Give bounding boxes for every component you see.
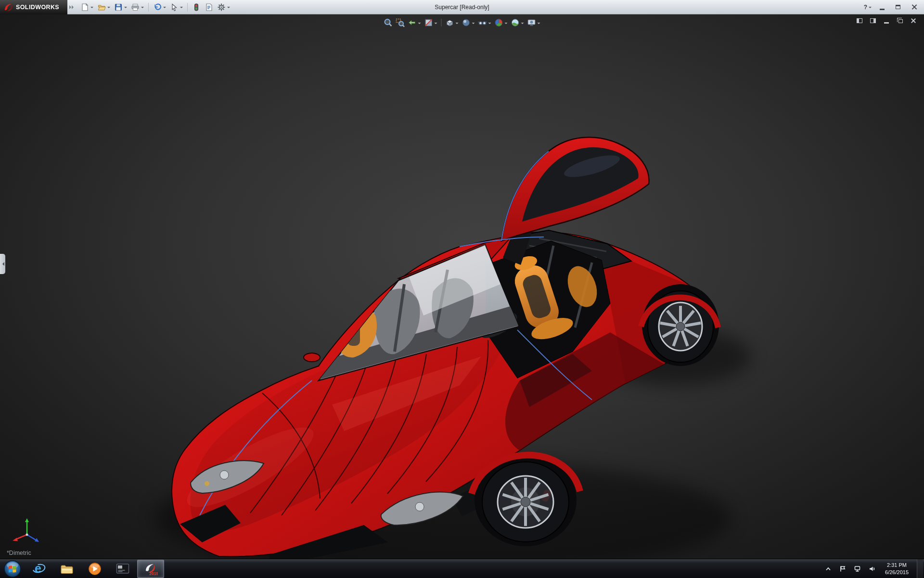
save-icon	[114, 3, 123, 12]
minimize-icon	[880, 9, 885, 10]
svg-text:e: e	[35, 562, 41, 575]
reference-triad	[11, 515, 45, 546]
taskbar-console-window[interactable]	[109, 560, 136, 578]
taskbar-file-explorer[interactable]	[53, 560, 80, 578]
pane-right-icon	[870, 18, 876, 23]
minimize-button[interactable]	[875, 2, 889, 12]
hidden-icons-chevron-icon	[825, 566, 831, 571]
taskbar-media-player[interactable]	[81, 560, 108, 578]
zoom-to-fit-icon	[384, 18, 393, 27]
options-button[interactable]	[216, 1, 231, 13]
taskbar-clock[interactable]: 2:31 PM 6/26/2015	[882, 562, 911, 576]
volume-button[interactable]	[867, 564, 877, 574]
graphics-area[interactable]	[0, 14, 924, 559]
taskbar: e 2015	[0, 559, 924, 578]
heads-up-view-toolbar	[383, 17, 542, 28]
new-document-icon	[80, 3, 89, 12]
previous-view-icon	[408, 18, 417, 27]
undo-button[interactable]	[152, 1, 167, 13]
previous-view-button[interactable]	[407, 17, 423, 28]
feature-manager-collapsed-tab[interactable]	[0, 254, 5, 274]
console-window-icon	[116, 563, 129, 575]
options-gear-icon	[217, 3, 226, 12]
edit-appearance-button[interactable]	[493, 17, 509, 28]
doc-minimize-button[interactable]	[882, 17, 891, 25]
hide-show-glasses-icon	[478, 18, 488, 27]
print-icon	[131, 3, 140, 12]
hide-show-items-button[interactable]	[477, 17, 493, 28]
select-button[interactable]	[168, 1, 184, 13]
clock-time: 2:31 PM	[885, 562, 909, 568]
view-settings-button[interactable]	[526, 17, 542, 28]
system-tray: 2:31 PM 6/26/2015	[824, 559, 924, 578]
network-icon	[854, 565, 860, 572]
network-button[interactable]	[853, 564, 862, 574]
pane-left-icon	[857, 18, 862, 23]
hidden-icons-button[interactable]	[824, 565, 833, 573]
volume-icon	[869, 565, 875, 572]
svg-text:2015: 2015	[149, 571, 158, 576]
toolbar-separator	[187, 3, 188, 12]
zoom-to-fit-button[interactable]	[383, 17, 394, 28]
solidworks-logo-icon	[3, 2, 13, 12]
document-window-controls	[855, 17, 918, 25]
close-button[interactable]	[907, 2, 921, 12]
file-properties-icon	[205, 3, 213, 12]
section-view-icon	[424, 18, 434, 27]
help-button[interactable]: ?	[862, 3, 873, 12]
display-style-icon	[462, 18, 471, 27]
start-button[interactable]	[0, 559, 25, 578]
display-style-button[interactable]	[461, 17, 476, 28]
doc-minimize-icon	[884, 22, 889, 24]
open-button[interactable]	[96, 1, 112, 13]
chevron-left-icon	[0, 262, 4, 266]
solidworks-2015-icon: 2015	[143, 562, 158, 576]
toolbar-separator	[148, 3, 149, 12]
maximize-icon	[896, 5, 900, 9]
apply-scene-icon	[511, 18, 520, 27]
internet-explorer-icon: e	[32, 562, 46, 576]
file-properties-button[interactable]	[203, 1, 215, 13]
view-orientation-button[interactable]	[444, 17, 460, 28]
brand-text: SOLIDWORKS	[16, 4, 59, 11]
app-logo: SOLIDWORKS	[0, 0, 67, 14]
taskbar-solidworks-2015[interactable]: 2015	[137, 560, 164, 578]
view-orientation-label: *Dimetric	[7, 550, 31, 556]
apply-scene-button[interactable]	[510, 17, 526, 28]
edit-appearance-ball-icon	[494, 18, 504, 27]
section-view-button[interactable]	[423, 17, 439, 28]
show-desktop-button[interactable]	[917, 559, 923, 578]
hud-separator	[441, 19, 442, 26]
start-orb-icon	[3, 560, 22, 578]
close-icon	[911, 4, 917, 10]
view-settings-icon	[527, 18, 537, 27]
save-button[interactable]	[113, 1, 128, 13]
zoom-to-area-button[interactable]	[395, 17, 406, 28]
folder-icon	[60, 563, 74, 575]
media-player-icon	[88, 562, 102, 576]
new-button[interactable]	[79, 1, 95, 13]
action-center-flag-icon	[839, 565, 846, 572]
action-center-button[interactable]	[838, 564, 847, 574]
doc-close-button[interactable]	[909, 17, 918, 25]
view-orientation-cube-icon	[445, 18, 455, 27]
select-cursor-icon	[170, 3, 179, 12]
clock-date: 6/26/2015	[885, 569, 909, 576]
title-bar: SOLIDWORKS	[0, 0, 924, 14]
rebuild-button[interactable]	[191, 1, 202, 13]
open-folder-icon	[97, 3, 106, 12]
pane-right-button[interactable]	[868, 17, 878, 25]
pane-left-button[interactable]	[855, 17, 864, 25]
undo-icon	[153, 3, 162, 12]
print-button[interactable]	[129, 1, 145, 13]
graphics-viewport[interactable]: *Dimetric	[0, 14, 924, 559]
doc-close-icon	[911, 18, 916, 23]
rebuild-stoplight-icon	[192, 3, 201, 12]
doc-restore-icon	[898, 19, 903, 23]
doc-restore-button[interactable]	[895, 17, 905, 25]
toolbar-overflow-icon[interactable]	[69, 5, 76, 9]
zoom-to-area-icon	[396, 18, 405, 27]
maximize-button[interactable]	[891, 2, 905, 12]
taskbar-internet-explorer[interactable]: e	[26, 560, 52, 578]
